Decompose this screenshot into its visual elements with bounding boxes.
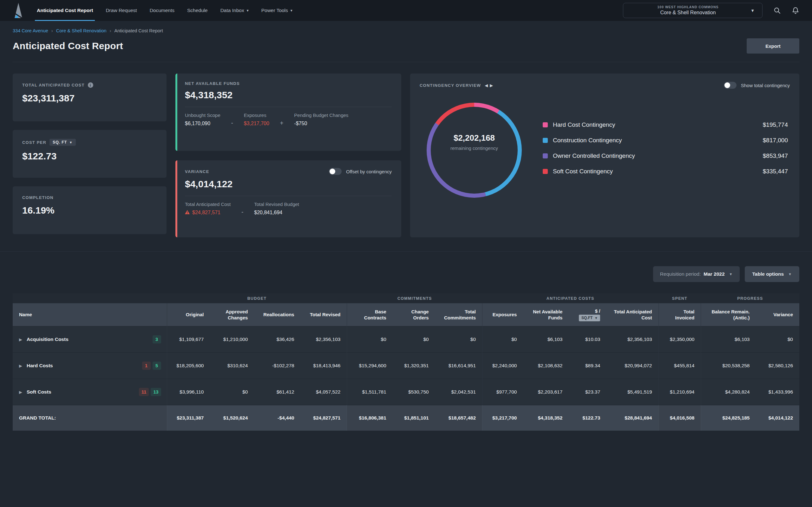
info-icon[interactable]: i — [88, 82, 93, 88]
cell: $10.03 — [569, 326, 606, 353]
app-logo-icon — [13, 3, 24, 18]
cell: -$102,278 — [254, 353, 300, 379]
legend-label: Owner Controlled Contingency — [553, 153, 635, 159]
cell: $4,280,824 — [701, 379, 756, 405]
nav-tab-documents[interactable]: Documents — [150, 0, 174, 21]
requisition-period-value: Mar 2022 — [704, 271, 724, 277]
cell: $530,750 — [393, 379, 435, 405]
nav-tab-data-inbox[interactable]: Data Inbox▾ — [220, 0, 249, 21]
pager-prev-icon[interactable]: ◀ — [485, 83, 488, 88]
expand-row-icon[interactable]: ▶ — [19, 363, 22, 368]
legend-label: Hard Cost Contingency — [553, 121, 615, 128]
table-row-soft-costs: ▶Soft Costs1113$3,996,110$0$61,412$4,057… — [13, 379, 799, 405]
completion-label: COMPLETION — [22, 195, 54, 200]
legend-value: $853,947 — [763, 153, 788, 159]
nav-tab-draw-request[interactable]: Draw Request — [106, 0, 137, 21]
legend-label: Construction Contingency — [553, 137, 622, 144]
header-divider — [13, 62, 799, 62]
offset-by-contingency-label: Offset by contingency — [346, 169, 392, 174]
column-header-variance: Variance — [756, 303, 800, 326]
expand-row-icon[interactable]: ▶ — [19, 390, 22, 395]
toggle-switch[interactable] — [724, 82, 737, 89]
offset-by-contingency-toggle[interactable]: Offset by contingency — [329, 168, 392, 175]
table-row-acquisition-costs: ▶Acquisition Costs3$1,109,677$1,210,000$… — [13, 326, 799, 353]
column-header-total-anticipated-cost: Total Anticipated Cost — [606, 303, 658, 326]
formula-item-total-anticipated-cost: Total Anticipated Cost$24,827,571 — [185, 202, 231, 215]
column-header-reallocations: Reallocations — [254, 303, 300, 326]
grand-total-cell: -$4,440 — [254, 405, 300, 431]
funds-column: NET AVAILABLE FUNDS $4,318,352 Unbought … — [175, 73, 401, 237]
count-badge-red[interactable]: 11 — [139, 388, 149, 396]
variance-label: VARIANCE — [185, 169, 209, 174]
cell: $15,294,600 — [347, 353, 393, 379]
operator: - — [231, 120, 233, 126]
count-badge-red[interactable]: 1 — [142, 361, 151, 370]
formula-item-label: Total Revised Budget — [254, 202, 299, 207]
formula-item-label: Total Anticipated Cost — [185, 202, 231, 207]
formula-item-pending-budget-changes: Pending Budget Changes-$750 — [294, 113, 348, 126]
cell: $89.34 — [569, 353, 606, 379]
grand-total-cell: $18,657,482 — [435, 405, 483, 431]
contingency-legend: Hard Cost Contingency$195,774Constructio… — [543, 121, 790, 175]
breadcrumb-item-334-core-avenue[interactable]: 334 Core Avenue — [13, 28, 48, 33]
cell: $1,433,996 — [756, 379, 800, 405]
grand-total-cell: $23,311,387 — [167, 405, 210, 431]
expand-row-icon[interactable]: ▶ — [19, 337, 22, 342]
count-badge-green[interactable]: 13 — [151, 388, 161, 396]
requisition-period-selector[interactable]: Requisition period: Mar 2022 ▼ — [653, 266, 740, 282]
breadcrumb-item-core-shell-renovation[interactable]: Core & Shell Renovation — [56, 28, 107, 33]
unit-selector[interactable]: SQ. FT ▼ — [49, 139, 76, 146]
show-total-contingency-toggle[interactable]: Show total contingency — [724, 82, 790, 89]
completion-card: COMPLETION 16.19% — [13, 186, 166, 234]
legend-swatch — [543, 169, 548, 174]
top-nav: Anticipated Cost ReportDraw RequestDocum… — [0, 0, 812, 21]
row-name[interactable]: Hard Costs — [27, 363, 53, 369]
remaining-contingency-label: remaining contingency — [450, 146, 498, 151]
column-header-: $ /SQ.FT▼ — [569, 303, 606, 326]
formula-item-total-revised-budget: Total Revised Budget$20,841,694 — [254, 202, 299, 215]
legend-swatch — [543, 153, 548, 158]
pager-next-icon[interactable]: ▶ — [490, 83, 493, 88]
section-divider — [0, 251, 812, 251]
export-button[interactable]: Export — [747, 38, 799, 54]
toggle-knob — [724, 82, 730, 88]
project-selector[interactable]: 100 WEST HIGHLAND COMMONS Core & Shell R… — [623, 3, 763, 18]
column-header-total-revised: Total Revised — [301, 303, 347, 326]
grand-total-cell: $3,217,700 — [483, 405, 523, 431]
cell: $2,350,000 — [658, 326, 701, 353]
chevron-down-icon: ▼ — [788, 272, 792, 276]
column-header-balance-remain-antic: Balance Remain. (Antic.) — [701, 303, 756, 326]
notifications-bell-icon[interactable] — [792, 7, 799, 14]
row-name[interactable]: Soft Costs — [27, 389, 51, 395]
grand-total-cell: $4,016,508 — [658, 405, 701, 431]
cell: $455,814 — [658, 353, 701, 379]
total-anticipated-cost-label: TOTAL ANTICIPATED COST — [22, 83, 85, 88]
search-icon[interactable] — [773, 7, 781, 14]
row-name[interactable]: Acquisition Costs — [27, 337, 68, 342]
toggle-switch[interactable] — [329, 168, 342, 175]
cell: $18,413,946 — [301, 353, 347, 379]
cell: $2,042,531 — [435, 379, 483, 405]
legend-swatch — [543, 122, 548, 127]
contingency-donut-chart: $2,202,168 remaining contingency — [426, 103, 522, 198]
sqft-unit-selector[interactable]: SQ.FT▼ — [579, 315, 600, 322]
nav-tab-schedule[interactable]: Schedule — [187, 0, 208, 21]
table-options-button[interactable]: Table options ▼ — [745, 266, 800, 282]
legend-item-hard-cost-contingency: Hard Cost Contingency$195,774 — [543, 121, 788, 128]
property-name: 100 WEST HIGHLAND COMMONS — [657, 5, 718, 9]
page-title: Anticipated Cost Report — [13, 41, 123, 51]
formula-item-exposures: Exposures$3,217,700 — [244, 113, 269, 126]
count-badge-green[interactable]: 5 — [153, 361, 161, 370]
total-anticipated-cost-value: $23,311,387 — [22, 93, 157, 104]
net-available-funds-formula: Unbought Scope$6,170,090-Exposures$3,217… — [185, 113, 392, 126]
nav-tab-anticipated-cost-report[interactable]: Anticipated Cost Report — [37, 0, 93, 21]
formula-item-unbought-scope: Unbought Scope$6,170,090 — [185, 113, 220, 126]
formula-item-value: $3,217,700 — [244, 121, 269, 126]
count-badge-green[interactable]: 3 — [153, 335, 161, 343]
grand-total-cell: $24,825,185 — [701, 405, 756, 431]
nav-tab-power-tools[interactable]: Power Tools▾ — [261, 0, 293, 21]
cell: $2,356,103 — [301, 326, 347, 353]
cell: $977,700 — [483, 379, 523, 405]
cost-per-label: COST PER — [22, 140, 46, 145]
cell: $0 — [756, 326, 800, 353]
